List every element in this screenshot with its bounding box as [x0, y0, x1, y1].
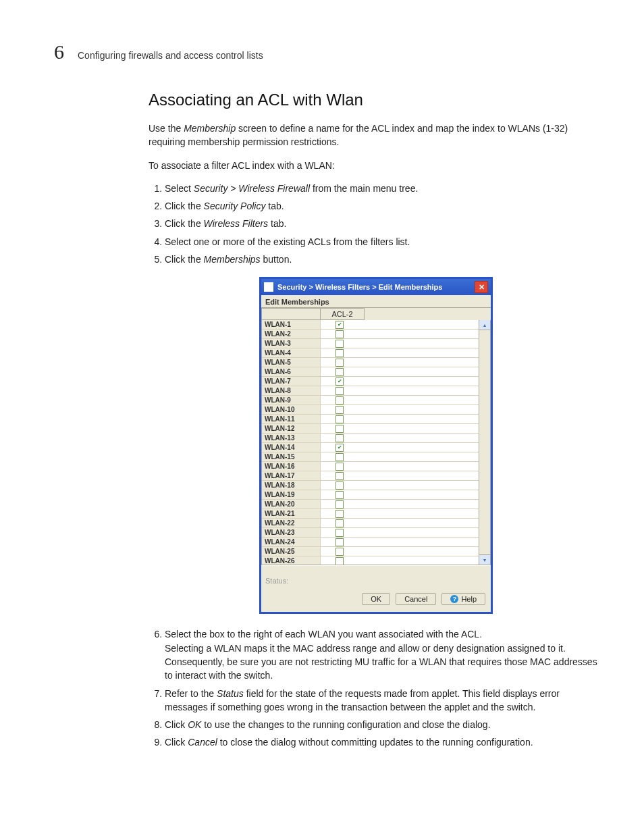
wlan-name-cell: WLAN-20: [262, 500, 321, 509]
scroll-down-icon[interactable]: ▾: [479, 554, 490, 565]
wlan-name-cell: WLAN-25: [262, 547, 321, 556]
table-header: ACL-2: [261, 308, 491, 320]
table-row: WLAN-17: [262, 471, 479, 481]
wlan-checkbox-cell: [321, 367, 358, 377]
window-titlebar: Security > Wireless Filters > Edit Membe…: [261, 279, 491, 295]
close-icon[interactable]: ✕: [475, 281, 488, 293]
wlan-name-cell: WLAN-12: [262, 424, 321, 434]
table-row: WLAN-22: [262, 519, 479, 528]
ok-button[interactable]: OK: [362, 593, 390, 605]
step-9: Click Cancel to close the dialog without…: [165, 735, 603, 749]
step-item: Click the Security Policy tab.: [165, 199, 603, 213]
wlan-checkbox[interactable]: [336, 463, 344, 471]
scroll-up-icon[interactable]: ▴: [479, 320, 490, 330]
wlan-checkbox[interactable]: [336, 444, 344, 452]
col-header-blank: [261, 308, 321, 320]
cancel-button[interactable]: Cancel: [396, 593, 436, 605]
wlan-checkbox[interactable]: [336, 387, 344, 395]
table-row: WLAN-8: [262, 386, 479, 396]
wlan-checkbox[interactable]: [336, 349, 344, 357]
wlan-checkbox[interactable]: [336, 321, 344, 329]
step-item: Click the Memberships button.: [165, 253, 603, 266]
wlan-checkbox-cell: [321, 443, 358, 452]
wlan-name-cell: WLAN-24: [262, 538, 321, 547]
chapter-number: 6: [54, 41, 64, 63]
table-row: WLAN-4: [262, 348, 479, 358]
wlan-checkbox[interactable]: [336, 434, 344, 442]
wlan-checkbox[interactable]: [336, 453, 344, 461]
wlan-checkbox-cell: [321, 462, 358, 471]
wlan-checkbox[interactable]: [336, 396, 344, 405]
table-row: WLAN-12: [262, 424, 479, 434]
wlan-name-cell: WLAN-4: [262, 348, 321, 358]
wlan-checkbox-cell: [321, 452, 358, 462]
wlan-checkbox-cell: [321, 471, 358, 481]
wlan-name-cell: WLAN-6: [262, 367, 321, 377]
help-button[interactable]: ?Help: [441, 593, 485, 605]
step-8: Click OK to use the changes to the runni…: [165, 718, 603, 731]
table-row: WLAN-26: [262, 556, 479, 565]
step-item: Click the Wireless Filters tab.: [165, 217, 603, 230]
table-row: WLAN-5: [262, 358, 479, 367]
wlan-checkbox[interactable]: [336, 377, 344, 386]
wlan-checkbox[interactable]: [336, 491, 344, 499]
wlan-checkbox[interactable]: [336, 415, 344, 423]
wlan-name-cell: WLAN-3: [262, 339, 321, 348]
wlan-checkbox[interactable]: [336, 500, 344, 509]
wlan-checkbox[interactable]: [336, 481, 344, 490]
wlan-checkbox[interactable]: [336, 510, 344, 518]
wlan-checkbox[interactable]: [336, 529, 344, 537]
wlan-name-cell: WLAN-9: [262, 396, 321, 405]
wlan-checkbox-cell: [321, 500, 358, 509]
wlan-name-cell: WLAN-10: [262, 405, 321, 415]
wlan-checkbox-cell: [321, 490, 358, 500]
wlan-name-cell: WLAN-22: [262, 519, 321, 528]
step-6: Select the box to the right of each WLAN…: [165, 627, 603, 682]
scroll-track[interactable]: [479, 330, 490, 554]
wlan-checkbox-cell: [321, 434, 358, 443]
table-row: WLAN-23: [262, 528, 479, 538]
wlan-checkbox-cell: [321, 320, 358, 330]
step-item: Select Security > Wireless Firewall from…: [165, 182, 603, 195]
help-icon: ?: [450, 595, 458, 603]
wlan-checkbox[interactable]: [336, 548, 344, 556]
wlan-checkbox[interactable]: [336, 359, 344, 367]
wlan-checkbox-cell: [321, 509, 358, 519]
wlan-checkbox[interactable]: [336, 406, 344, 414]
table-row: WLAN-18: [262, 481, 479, 490]
window-icon: [264, 282, 273, 292]
table-row: WLAN-7: [262, 377, 479, 386]
step-item: Select one or more of the existing ACLs …: [165, 235, 603, 249]
edit-memberships-window: Security > Wireless Filters > Edit Membe…: [259, 277, 493, 614]
steps-list-1: Select Security > Wireless Firewall from…: [149, 182, 603, 266]
col-header-acl: ACL-2: [321, 308, 365, 320]
page-header: 6 Configuring firewalls and access contr…: [54, 41, 603, 63]
wlan-checkbox[interactable]: [336, 368, 344, 376]
wlan-checkbox[interactable]: [336, 538, 344, 546]
wlan-checkbox[interactable]: [336, 340, 344, 348]
table-row: WLAN-21: [262, 509, 479, 519]
wlan-name-cell: WLAN-13: [262, 434, 321, 443]
wlan-name-cell: WLAN-2: [262, 330, 321, 339]
wlan-checkbox-cell: [321, 481, 358, 490]
edit-memberships-label: Edit Memberships: [261, 295, 491, 308]
wlan-checkbox[interactable]: [336, 519, 344, 527]
window-title: Security > Wireless Filters > Edit Membe…: [277, 283, 475, 291]
wlan-checkbox-cell: [321, 556, 358, 565]
wlan-name-cell: WLAN-1: [262, 320, 321, 330]
wlan-checkbox-cell: [321, 424, 358, 434]
wlan-checkbox[interactable]: [336, 472, 344, 480]
wlan-checkbox[interactable]: [336, 557, 344, 565]
table-row: WLAN-3: [262, 339, 479, 348]
wlan-name-cell: WLAN-7: [262, 377, 321, 386]
wlan-checkbox-cell: [321, 519, 358, 528]
wlan-checkbox-cell: [321, 358, 358, 367]
wlan-name-cell: WLAN-5: [262, 358, 321, 367]
wlan-name-cell: WLAN-11: [262, 415, 321, 424]
wlan-name-cell: WLAN-21: [262, 509, 321, 519]
wlan-checkbox[interactable]: [336, 330, 344, 338]
wlan-name-cell: WLAN-18: [262, 481, 321, 490]
wlan-checkbox[interactable]: [336, 425, 344, 433]
vertical-scrollbar[interactable]: ▴ ▾: [479, 320, 491, 565]
dialog-screenshot: Security > Wireless Filters > Edit Membe…: [149, 277, 603, 614]
